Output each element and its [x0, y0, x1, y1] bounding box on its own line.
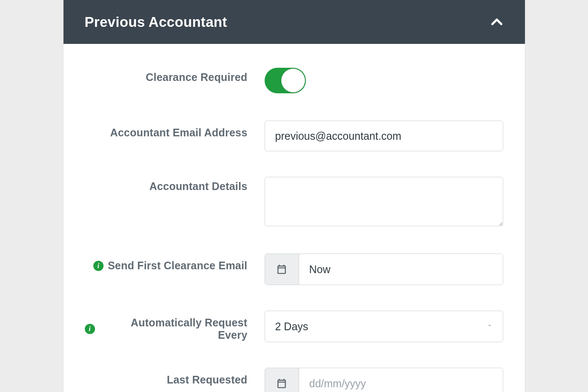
textarea-accountant-details[interactable] — [265, 177, 503, 226]
input-last-requested[interactable] — [265, 368, 503, 392]
row-first-clearance-email: i Send First Clearance Email — [63, 254, 525, 285]
info-icon[interactable]: i — [93, 261, 104, 271]
row-auto-request: i Automatically Request Every 2 Days — [63, 311, 525, 342]
toggle-clearance-required[interactable] — [265, 68, 306, 93]
input-last-requested-field[interactable] — [299, 368, 503, 392]
input-first-clearance-email-field[interactable] — [299, 254, 503, 285]
row-accountant-email: Accountant Email Address — [63, 121, 525, 151]
previous-accountant-panel: Previous Accountant Clearance Required A… — [63, 0, 525, 392]
calendar-icon — [265, 368, 299, 392]
label-auto-request-text: Automatically Request Every — [99, 317, 248, 341]
input-accountant-email[interactable] — [265, 121, 503, 151]
label-first-clearance-email: i Send First Clearance Email — [85, 254, 265, 272]
label-auto-request: i Automatically Request Every — [85, 311, 265, 341]
row-last-requested: Last Requested — [63, 368, 525, 392]
row-clearance-required: Clearance Required — [63, 68, 525, 95]
label-clearance-required: Clearance Required — [85, 68, 265, 84]
panel-header[interactable]: Previous Accountant — [63, 0, 525, 44]
caret-down-icon — [487, 323, 493, 330]
label-accountant-email: Accountant Email Address — [85, 121, 265, 139]
select-auto-request[interactable]: 2 Days — [265, 311, 503, 342]
label-first-clearance-email-text: Send First Clearance Email — [108, 259, 248, 272]
label-last-requested: Last Requested — [85, 368, 265, 386]
panel-body: Clearance Required Accountant Email Addr… — [63, 44, 525, 392]
panel-title: Previous Accountant — [85, 14, 228, 30]
toggle-knob — [281, 69, 305, 92]
calendar-icon — [265, 254, 299, 285]
input-first-clearance-email[interactable] — [265, 254, 503, 285]
label-accountant-details: Accountant Details — [85, 177, 265, 193]
info-icon[interactable]: i — [85, 324, 95, 334]
collapse-icon[interactable] — [488, 14, 505, 31]
select-auto-request-value: 2 Days — [275, 320, 308, 333]
row-accountant-details: Accountant Details — [63, 177, 525, 228]
